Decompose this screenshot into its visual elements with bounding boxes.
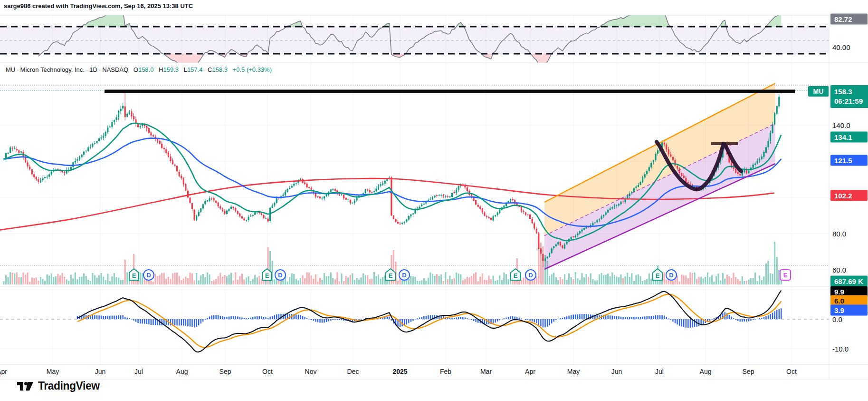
price-axis-value-badge: 3.9 (830, 305, 868, 316)
price-axis-value-badge: 687.69 K (830, 276, 868, 287)
time-axis-label: Aug (700, 368, 712, 375)
svg-text:E: E (783, 272, 788, 279)
time-axis-label: Jun (95, 368, 106, 375)
time-axis-label: Oct (262, 368, 273, 375)
low-value: 157.4 (187, 66, 203, 73)
svg-text:E: E (389, 272, 393, 279)
dividend-marker[interactable]: D (666, 270, 677, 280)
symbol-description[interactable]: Micron Technology, Inc. (20, 66, 85, 73)
svg-text:E: E (656, 272, 660, 279)
time-axis-label: Mar (480, 368, 492, 375)
dividend-marker[interactable]: D (525, 270, 536, 280)
legend-separator: · (97, 66, 102, 73)
price-axis-label: 60.0 (832, 266, 846, 274)
time-axis-label: 2025 (392, 368, 407, 375)
svg-text:D: D (528, 272, 533, 279)
interval-label[interactable]: 1D (89, 66, 97, 73)
price-axis-label: 140.0 (832, 121, 850, 129)
change-value: +0.5 (+0.33%) (233, 66, 272, 73)
price-axis-label: 80.0 (832, 230, 846, 238)
time-axis-label: Jun (611, 368, 622, 375)
tradingview-logo-text: TradingView (38, 380, 100, 392)
svg-text:E: E (132, 272, 136, 279)
upcoming-earnings-marker[interactable]: E (780, 270, 791, 280)
tradingview-chart-window: sarge986 created with TradingView.com, S… (0, 0, 868, 401)
svg-text:E: E (265, 272, 269, 279)
close-value: 158.3 (212, 66, 228, 73)
symbol-price-label-badge: MU (808, 86, 829, 97)
high-value: 159.3 (163, 66, 179, 73)
last-price-badge: 158.3 06:21:59 (830, 85, 868, 108)
low-label: L (184, 66, 187, 73)
time-axis-label: May (47, 368, 59, 375)
price-axis-label: 0.0 (832, 315, 842, 323)
chart-canvas[interactable]: EEEEEDDDDDE (0, 0, 868, 401)
time-axis-label: Feb (440, 368, 451, 375)
time-axis-label: Sep (219, 368, 231, 375)
price-axis-label: -10.0 (832, 345, 849, 353)
earnings-marker[interactable]: E (129, 269, 139, 280)
time-axis-label: Aug (176, 368, 188, 375)
rsi-pane (0, 8, 829, 69)
earnings-marker[interactable]: E (511, 269, 520, 280)
symbol-legend: MU·Micron Technology, Inc.·1D·NASDAQ O15… (6, 66, 272, 73)
time-axis-label: Oct (786, 368, 797, 375)
main-pane (0, 83, 829, 284)
macd-pane (0, 291, 829, 352)
time-axis-label: Apr (525, 368, 535, 375)
footer: TradingView (17, 380, 100, 392)
countdown-timer: 06:21:59 (834, 97, 868, 106)
time-axis-label: Apr (0, 368, 7, 375)
time-axis-label: Sep (743, 368, 754, 375)
svg-text:E: E (514, 272, 518, 279)
price-axis-value-badge: 102.2 (830, 190, 868, 201)
open-label: O (134, 66, 138, 73)
legend-separator: · (85, 66, 89, 73)
time-axis-label: Dec (347, 368, 359, 375)
symbol-name[interactable]: MU (6, 66, 15, 73)
price-axis-value-badge: 121.5 (830, 155, 868, 166)
time-axis-label: Nov (305, 368, 317, 375)
dividend-marker[interactable]: D (399, 270, 410, 280)
svg-text:D: D (146, 272, 151, 279)
open-value: 158.0 (138, 66, 154, 73)
svg-text:D: D (278, 272, 282, 279)
last-price-value: 158.3 (834, 87, 868, 97)
volume-bars-down (12, 243, 747, 284)
price-axis-value-badge: 82.72 (830, 14, 868, 25)
tradingview-logo-icon (17, 381, 33, 392)
svg-text:D: D (402, 272, 406, 279)
dividend-marker[interactable]: D (143, 270, 154, 280)
price-axis-value-badge: 134.1 (830, 132, 868, 143)
time-axis-label: Jul (655, 368, 664, 375)
dividend-marker[interactable]: D (275, 270, 286, 280)
legend-separator: · (15, 66, 20, 73)
price-axis-label: 40.00 (832, 43, 850, 51)
earnings-marker[interactable]: E (653, 269, 662, 280)
svg-text:D: D (669, 272, 673, 279)
time-axis-label: May (567, 368, 580, 375)
time-axis-label: Jul (134, 368, 143, 375)
exchange-label[interactable]: NASDAQ (102, 66, 128, 73)
